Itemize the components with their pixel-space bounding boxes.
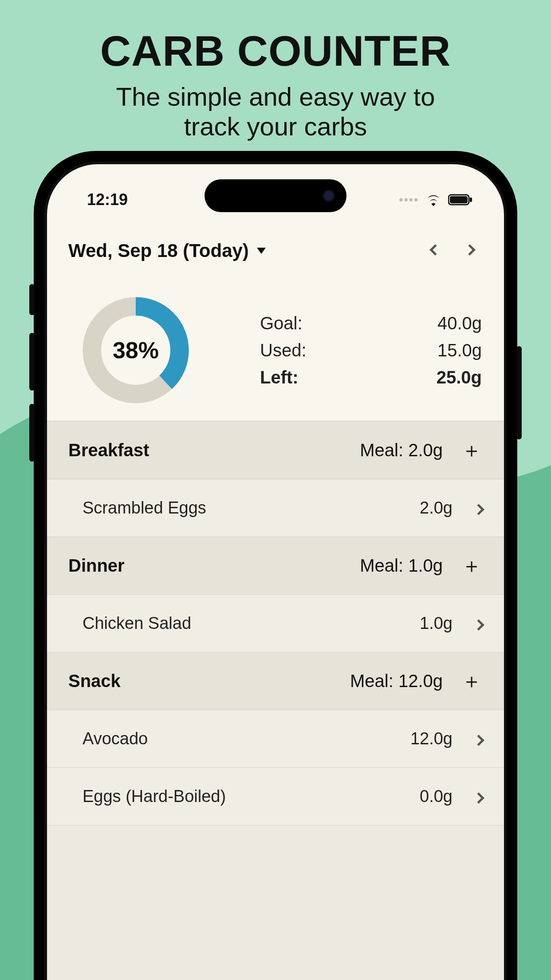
promo-title: CARB COUNTER	[0, 27, 551, 75]
chevron-right-icon	[475, 498, 483, 518]
goal-value: 40.0g	[437, 313, 482, 333]
meal-header: BreakfastMeal: 2.0g＋	[47, 422, 504, 479]
chevron-right-icon	[475, 787, 483, 806]
food-row[interactable]: Chicken Salad1.0g	[47, 595, 504, 652]
add-food-button[interactable]: ＋	[460, 437, 483, 464]
summary-panel: 38% Goal: 40.0g Used: 15.0g Left:	[47, 280, 504, 422]
used-label: Used:	[260, 340, 307, 360]
meal-total: Meal: 1.0g	[360, 556, 443, 576]
progress-percent-label: 38%	[78, 292, 193, 408]
svg-rect-1	[450, 196, 468, 203]
chevron-right-icon	[475, 729, 483, 748]
caret-down-icon	[257, 248, 266, 254]
next-day-button[interactable]	[466, 246, 474, 256]
add-food-button[interactable]: ＋	[460, 668, 483, 695]
meal-name: Breakfast	[68, 440, 149, 460]
meal-name: Snack	[68, 671, 121, 691]
dynamic-island	[205, 179, 346, 212]
current-date-label: Wed, Sep 18 (Today)	[68, 240, 249, 261]
progress-donut: 38%	[78, 292, 193, 408]
cellular-dots-icon: ••••	[399, 193, 419, 207]
add-food-button[interactable]: ＋	[460, 552, 483, 580]
food-name: Scrambled Eggs	[83, 498, 206, 518]
food-value: 12.0g	[410, 729, 453, 748]
meal-header: SnackMeal: 12.0g＋	[47, 652, 504, 710]
food-value: 0.0g	[420, 787, 453, 806]
food-name: Chicken Salad	[83, 614, 191, 633]
food-name: Avocado	[83, 729, 148, 748]
food-row[interactable]: Avocado12.0g	[47, 710, 504, 768]
date-picker[interactable]: Wed, Sep 18 (Today)	[68, 240, 266, 261]
meal-total: Meal: 12.0g	[350, 671, 443, 691]
status-time: 12:19	[87, 190, 128, 209]
meals-list: BreakfastMeal: 2.0g＋Scrambled Eggs2.0gDi…	[47, 422, 504, 980]
left-label: Left:	[260, 368, 299, 387]
meal-total: Meal: 2.0g	[360, 440, 443, 460]
food-row[interactable]: Eggs (Hard-Boiled)0.0g	[47, 768, 504, 826]
used-value: 15.0g	[437, 340, 482, 360]
app-screen: 12:19 •••• Wed, Sep 18 (Today)	[47, 164, 504, 980]
battery-icon	[448, 194, 473, 206]
chevron-right-icon	[475, 614, 483, 633]
left-value: 25.0g	[437, 368, 482, 387]
wifi-icon	[425, 193, 442, 206]
food-value: 1.0g	[420, 614, 453, 633]
food-name: Eggs (Hard-Boiled)	[83, 787, 226, 806]
front-camera	[323, 190, 335, 202]
svg-rect-2	[470, 198, 472, 202]
food-value: 2.0g	[420, 498, 453, 518]
promo-subtitle: The simple and easy way to track your ca…	[0, 82, 551, 141]
meal-header: DinnerMeal: 1.0g＋	[47, 537, 504, 595]
phone-frame: 12:19 •••• Wed, Sep 18 (Today)	[34, 151, 517, 980]
food-row[interactable]: Scrambled Eggs2.0g	[47, 479, 504, 537]
prev-day-button[interactable]	[431, 246, 439, 256]
meal-name: Dinner	[68, 556, 125, 576]
goal-label: Goal:	[260, 313, 303, 333]
